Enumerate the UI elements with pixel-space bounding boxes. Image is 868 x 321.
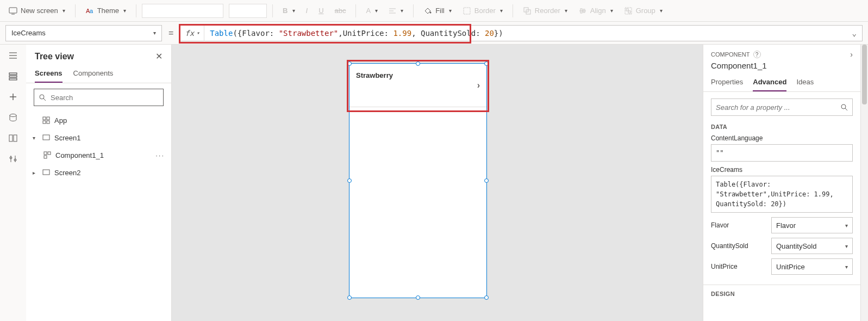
help-icon[interactable]: ?	[753, 51, 761, 58]
svg-text:a: a	[90, 8, 93, 14]
data-icon[interactable]	[8, 112, 18, 123]
section-title: DATA	[711, 124, 853, 130]
tree-tabs: Screens Components	[26, 65, 171, 83]
group-icon	[624, 7, 633, 15]
section-title: DESIGN	[711, 291, 853, 297]
chevron-right-icon[interactable]: ›	[477, 81, 480, 90]
font-color-button[interactable]: A▾	[361, 4, 382, 17]
resize-handle[interactable]	[416, 295, 420, 300]
field-row-quantitysold: QuantitySold QuantitySold▾	[711, 238, 853, 254]
canvas[interactable]: Strawberry ›	[172, 45, 703, 321]
tree-item-label: Screen1	[54, 134, 80, 142]
tab-components[interactable]: Components	[73, 65, 114, 83]
close-icon[interactable]: ✕	[155, 51, 163, 61]
resize-handle[interactable]	[484, 61, 489, 66]
chevron-down-icon: ▾	[153, 30, 156, 36]
resize-handle[interactable]	[484, 295, 489, 300]
tree-item-app[interactable]: App	[26, 112, 171, 129]
chevron-down-icon: ▾	[123, 8, 126, 14]
section-design: DESIGN	[703, 285, 860, 307]
screen-icon	[42, 133, 51, 142]
theme-button[interactable]: Aa Theme ▾	[81, 4, 130, 17]
field-label-quantitysold: QuantitySold	[711, 242, 748, 250]
field-select-quantitysold[interactable]: QuantitySold▾	[771, 238, 853, 254]
new-screen-button[interactable]: New screen ▾	[4, 4, 70, 17]
reorder-button[interactable]: Reorder ▾	[519, 4, 572, 17]
group-button[interactable]: Group ▾	[620, 4, 667, 17]
svg-rect-21	[9, 76, 17, 77]
resize-handle[interactable]	[347, 61, 352, 66]
field-select-unitprice[interactable]: UnitPrice▾	[771, 258, 853, 275]
tree-item-label: App	[54, 116, 67, 125]
equals-sign: =	[166, 28, 176, 38]
properties-tabs: Properties Advanced Ideas	[703, 70, 860, 92]
svg-line-33	[43, 98, 46, 101]
resize-handle[interactable]	[347, 295, 352, 300]
chevron-down-icon: ▾	[610, 8, 613, 14]
reorder-icon	[523, 7, 532, 15]
property-search-input[interactable]	[716, 103, 836, 112]
text-align-button[interactable]: ▾	[384, 5, 408, 17]
hamburger-icon[interactable]	[8, 50, 18, 61]
underline-button[interactable]: U	[314, 4, 328, 17]
formula-text: Table({Flavor: "Strawbetter",UnitPrice: …	[204, 29, 508, 38]
component-instance[interactable]: Strawberry ›	[349, 63, 487, 298]
tab-advanced[interactable]: Advanced	[753, 73, 786, 91]
chevron-down-icon[interactable]: ▾	[33, 135, 39, 141]
gallery-item[interactable]: Strawberry ›	[349, 64, 486, 107]
chevron-right-icon[interactable]: ›	[850, 50, 853, 59]
svg-rect-16	[628, 11, 630, 13]
advanced-tools-icon[interactable]	[8, 153, 18, 164]
chevron-down-icon: ▾	[63, 8, 65, 14]
gallery-item-title: Strawberry	[356, 71, 393, 79]
scrollbar[interactable]	[860, 45, 868, 321]
field-value-contentlanguage[interactable]: ""	[711, 144, 853, 162]
field-select-flavor[interactable]: Flavor▾	[771, 217, 853, 233]
tree-search-box[interactable]	[34, 89, 164, 106]
media-icon[interactable]	[8, 133, 18, 144]
property-search-box[interactable]	[711, 98, 853, 116]
svg-rect-36	[43, 121, 46, 124]
font-family-dropdown[interactable]	[142, 4, 223, 18]
resize-handle[interactable]	[347, 178, 352, 183]
tab-ideas[interactable]: Ideas	[796, 73, 814, 91]
tree-search-input[interactable]	[51, 94, 159, 102]
tab-properties[interactable]: Properties	[711, 73, 743, 91]
border-button[interactable]: Border ▾	[458, 4, 507, 17]
tree-item-screen1[interactable]: ▾ Screen1	[26, 129, 171, 146]
fx-button[interactable]: fx▾	[180, 25, 204, 41]
resize-handle[interactable]	[484, 178, 489, 183]
resize-handle[interactable]	[416, 61, 420, 66]
svg-line-44	[845, 108, 847, 110]
align-button[interactable]: Align ▾	[574, 4, 617, 17]
chevron-down-icon: ▾	[845, 223, 848, 229]
more-icon[interactable]: ···	[155, 151, 165, 159]
tree-item-screen2[interactable]: ▸ Screen2	[26, 164, 171, 181]
tab-screens[interactable]: Screens	[35, 65, 63, 83]
svg-rect-37	[47, 121, 49, 124]
field-value-icecreams[interactable]: Table({Flavor: "Strawbetter",UnitPrice: …	[711, 176, 853, 213]
component-icon	[43, 151, 52, 159]
svg-rect-35	[47, 117, 49, 120]
font-color-icon: A	[366, 7, 371, 15]
expand-formula-icon[interactable]: ⌄	[847, 29, 862, 38]
bold-button[interactable]: B▾	[278, 4, 299, 17]
tree-item-component1-1[interactable]: Component1_1 ···	[26, 146, 171, 164]
svg-rect-20	[9, 73, 17, 75]
reorder-label: Reorder	[535, 7, 560, 15]
group-label: Group	[636, 7, 655, 15]
chevron-right-icon[interactable]: ▸	[33, 170, 39, 176]
font-size-dropdown[interactable]	[229, 4, 267, 18]
tree-view-icon[interactable]	[8, 71, 18, 82]
formula-bar[interactable]: fx▾ Table({Flavor: "Strawbetter",UnitPri…	[180, 25, 863, 41]
property-dropdown[interactable]: IceCreams ▾	[5, 25, 162, 41]
italic-button[interactable]: I	[302, 4, 313, 17]
align-label: Align	[590, 7, 606, 15]
top-toolbar: New screen ▾ Aa Theme ▾ B▾ I U abc A▾ ▾ …	[0, 0, 868, 22]
chevron-down-icon: ▾	[375, 8, 378, 14]
fill-button[interactable]: Fill ▾	[419, 4, 456, 17]
scrollbar-thumb[interactable]	[862, 45, 867, 104]
strikethrough-button[interactable]: abc	[330, 4, 351, 17]
chevron-down-icon: ▾	[845, 243, 848, 249]
insert-icon[interactable]	[8, 91, 18, 102]
